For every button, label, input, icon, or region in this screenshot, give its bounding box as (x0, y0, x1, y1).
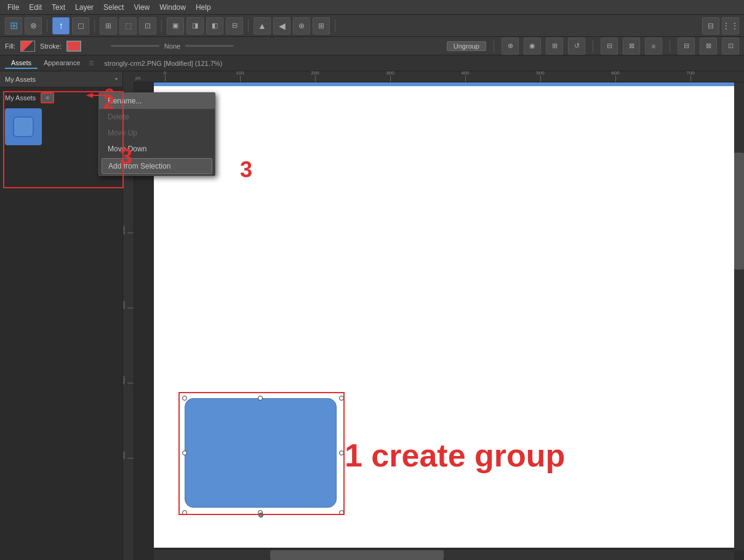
context-menu: Rename... Delete Move Up Move Down Add f… (98, 92, 215, 176)
toolbar-settings-btn[interactable]: ⊟ (702, 17, 719, 34)
canvas-top-bar (154, 82, 744, 86)
menu-layer[interactable]: Layer (70, 2, 98, 13)
annotation-2-overlay: 2 (103, 91, 114, 114)
rotation-handle[interactable] (258, 513, 263, 518)
toolbar-sep-2 (94, 20, 95, 32)
assets-dropdown-label: My Assets (5, 76, 115, 83)
toolbar-align1-btn[interactable]: ▲ (254, 17, 271, 34)
h-scrollbar[interactable] (154, 550, 734, 560)
sel-handle-ml[interactable] (182, 450, 187, 455)
ruler-tick (315, 76, 316, 82)
sel-handle-bl[interactable] (182, 510, 187, 515)
vtick (127, 458, 134, 458)
ruler-corner (123, 71, 134, 82)
toolbar-grid-btn[interactable]: ⊞ (100, 17, 117, 34)
toolbar-share-btn[interactable]: ⊗ (25, 17, 42, 34)
vtick (127, 308, 134, 308)
menu-window[interactable]: Window (154, 2, 191, 13)
vlabel-500: 500 (123, 451, 126, 459)
selected-group[interactable] (185, 398, 337, 508)
main-layout: My Assets ▾ My Assets ≡ 2 (0, 71, 744, 560)
sel-handle-tc[interactable] (258, 396, 263, 401)
props-align5[interactable]: ⊠ (700, 38, 717, 55)
document-title: strongly-crm2.PNG [Modified] (121.7%) (104, 60, 222, 67)
ruler-tick (165, 76, 166, 82)
stroke-label: Stroke: (40, 42, 62, 50)
toolbar-move-btn[interactable]: ↑ (52, 17, 70, 34)
annotation-3-overlay: 3 (240, 157, 252, 183)
props-align1[interactable]: ⊟ (601, 38, 618, 55)
props-align6[interactable]: ⊡ (722, 38, 739, 55)
toolbar-arrange3-btn[interactable]: ◧ (206, 17, 223, 34)
v-scrollbar-thumb[interactable] (734, 153, 744, 270)
menu-bar: File Edit Text Layer Select View Window … (0, 0, 744, 15)
sel-handle-tr[interactable] (339, 396, 344, 401)
tab-assets[interactable]: Assets (5, 58, 38, 69)
fill-swatch[interactable] (20, 41, 35, 52)
toolbar-arrange2-btn[interactable]: ◨ (186, 17, 204, 34)
props-align2[interactable]: ⊠ (623, 38, 640, 55)
h-scrollbar-thumb[interactable] (270, 550, 444, 560)
vlabel-200: 200 (123, 226, 126, 234)
v-scrollbar[interactable] (734, 82, 744, 550)
toolbar-dots-btn[interactable]: ⋮⋮ (722, 17, 739, 34)
ruler-tick (390, 76, 391, 82)
props-sep (494, 40, 494, 52)
props-icon4[interactable]: ↺ (568, 38, 585, 55)
vlabel-300: 300 (123, 301, 126, 309)
menu-help[interactable]: Help (191, 2, 216, 13)
context-menu-move-down[interactable]: Move Down (99, 141, 215, 157)
sel-handle-br[interactable] (339, 510, 344, 515)
toolbar-sep-5 (335, 20, 335, 32)
menu-edit[interactable]: Edit (24, 2, 47, 13)
ruler-tick (540, 76, 541, 82)
toolbar-align2-btn[interactable]: ◀ (273, 17, 290, 34)
ruler-label-600: 600 (611, 71, 619, 76)
tab-bar: Assets Appearance ☰ strongly-crm2.PNG [M… (0, 55, 744, 71)
ungroup-button[interactable]: Ungroup (447, 41, 486, 51)
ruler-label-100: 100 (236, 71, 244, 76)
assets-menu-button[interactable]: ≡ (41, 92, 54, 103)
tab-appearance[interactable]: Appearance (38, 58, 86, 69)
menu-text[interactable]: Text (47, 2, 70, 13)
sel-handle-mr[interactable] (339, 450, 344, 455)
context-menu-delete[interactable]: Delete (99, 109, 215, 125)
toolbar-align3-btn[interactable]: ⊕ (293, 17, 310, 34)
stroke-swatch[interactable] (66, 41, 81, 52)
vtick (127, 233, 134, 233)
menu-view[interactable]: View (129, 2, 154, 13)
create-group-label: 1 create group (345, 437, 565, 474)
toolbar-crop-btn[interactable]: ⊡ (139, 17, 156, 34)
assets-section-label: My Assets (5, 94, 36, 102)
ruler-tick (465, 76, 466, 82)
asset-shape-icon (11, 114, 36, 139)
menu-select[interactable]: Select (98, 2, 129, 13)
none-label: None (159, 42, 185, 50)
toolbar-select2-btn[interactable]: ⬚ (119, 17, 137, 34)
svg-rect-0 (14, 117, 33, 137)
canvas-area[interactable]: px 0 100 200 300 400 500 600 700 (123, 71, 744, 560)
toolbar-app-icon[interactable]: ⊞ (5, 17, 22, 34)
toolbar-arrange4-btn[interactable]: ⊟ (226, 17, 243, 34)
sel-handle-tl[interactable] (182, 396, 187, 401)
toolbar-arrange1-btn[interactable]: ▣ (167, 17, 184, 34)
canvas-inner: 1 create group (134, 82, 744, 560)
props-icon1[interactable]: ⊕ (502, 38, 519, 55)
toolbar-align4-btn[interactable]: ⊞ (313, 17, 330, 34)
ruler-label-500: 500 (536, 71, 544, 76)
toolbar: ⊞ ⊗ ↑ ◻ ⊞ ⬚ ⊡ ▣ ◨ ◧ ⊟ ▲ ◀ ⊕ ⊞ ⊟ (0, 15, 744, 37)
context-menu-add-from-selection[interactable]: Add from Selection (102, 158, 212, 174)
menu-file[interactable]: File (2, 2, 24, 13)
vlabel-400: 400 (123, 376, 126, 384)
canvas-white[interactable]: 1 create group (154, 82, 744, 548)
left-panel: My Assets ▾ My Assets ≡ 2 (0, 71, 123, 560)
props-icon2[interactable]: ◉ (524, 38, 541, 55)
context-menu-rename[interactable]: Rename... (99, 93, 215, 109)
props-icon3[interactable]: ⊞ (546, 38, 563, 55)
ruler-tick (240, 76, 241, 82)
ruler-horizontal: px 0 100 200 300 400 500 600 700 (134, 71, 744, 82)
toolbar-select-btn[interactable]: ◻ (72, 17, 89, 34)
props-align3[interactable]: ≡ (645, 38, 662, 55)
props-align4[interactable]: ⊟ (678, 38, 695, 55)
asset-thumbnail[interactable] (5, 108, 42, 145)
